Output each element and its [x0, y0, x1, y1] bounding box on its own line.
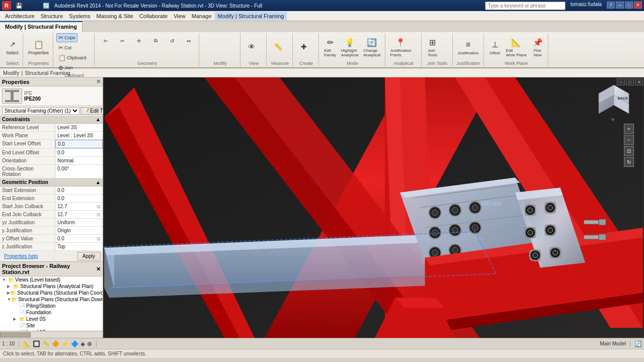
geometric-header[interactable]: Geometric Position ▲ [0, 178, 103, 187]
edit-workplane-btn[interactable]: 📐 EditWork Plane [504, 35, 529, 59]
create-btn[interactable]: ✚ [296, 39, 312, 54]
tree-item-foundation[interactable]: 📄 Foundation [0, 309, 103, 316]
type-name: IPE200 [24, 96, 41, 102]
close-btn[interactable]: ✕ [634, 2, 642, 9]
menu-manage[interactable]: Manage [189, 12, 215, 20]
status-scale: 1 : 10 [2, 341, 15, 346]
prop-value-y-just[interactable]: Origin [55, 227, 103, 234]
align-btn[interactable]: ⊢ [98, 33, 114, 48]
tree-item-views[interactable]: ▼ 📁 Views (Level based) [0, 277, 103, 283]
prop-value-cross-section[interactable]: 0.00° [55, 165, 103, 178]
tree-item-level0s[interactable]: ▶ 📁 Level 0S [0, 316, 103, 322]
move-btn[interactable]: ✛ [131, 33, 147, 48]
ribbon-group-properties: 📋 Properties Properties [24, 33, 53, 66]
titlebar: R 💾 ↩ ↪ 🔄 Autodesk Revit 2014 - Not For … [0, 0, 644, 11]
copy-btn[interactable]: ⧉ [147, 33, 164, 48]
properties-help-link[interactable]: Properties help [2, 252, 40, 260]
create-icon: ✚ [298, 41, 310, 53]
prop-value-end-join[interactable]: 12.7⊟ [55, 211, 103, 218]
prop-value-yz[interactable]: Uniform [55, 219, 103, 226]
status-icon-6[interactable]: 🔷 [71, 340, 78, 347]
sync-status-icon[interactable]: 🔄 [634, 340, 642, 347]
menu-structure[interactable]: Structure [38, 12, 66, 20]
prop-label-ref-level: Reference Level [0, 124, 55, 131]
browser-scroll-thumb[interactable] [0, 332, 31, 337]
prop-value-end-offset[interactable]: 0.0 [55, 149, 103, 156]
redo-btn[interactable]: ↪ [33, 2, 41, 10]
undo-btn[interactable]: ↩ [24, 2, 32, 10]
prop-value-work-plane[interactable]: Level : Level 3S [55, 132, 103, 139]
zoom-in-btn[interactable]: + [624, 124, 634, 134]
justification-btn[interactable]: ≡ Justification [456, 37, 481, 57]
browser-title: Project Browser - Railway Station.rvt [2, 263, 96, 275]
minimize-btn[interactable]: ─ [616, 2, 624, 9]
constraints-header[interactable]: Constraints ▲ [0, 116, 103, 124]
prop-value-y-offset[interactable]: 0.0⊟ [55, 235, 103, 242]
tree-item-down-plans[interactable]: ▼ 📁 Structural Plans (Structural Plan Do… [0, 296, 103, 303]
prop-value-orientation[interactable]: Normal [55, 157, 103, 164]
menu-architecture[interactable]: Architecture [2, 12, 38, 20]
mirror-btn[interactable]: ⇔ [181, 33, 197, 48]
status-icon-2[interactable]: 🔲 [33, 340, 40, 347]
tree-item-piling[interactable]: 📄 Piling/Station [0, 303, 103, 309]
browser-scrollbar[interactable] [0, 331, 103, 338]
prop-value-start-join[interactable]: 12.7⊟ [55, 203, 103, 210]
properties-close-btn[interactable]: ✕ [96, 78, 101, 85]
help-btn[interactable]: ? [607, 2, 615, 9]
status-icon-3[interactable]: 📏 [42, 340, 50, 347]
status-icon-1[interactable]: 📐 [23, 340, 31, 347]
prop-value-start-offset[interactable]: 0.0 [55, 140, 103, 148]
join-tools-group-label: Join Tools [425, 60, 450, 66]
paste-btn[interactable]: 📋 Clipboard [56, 53, 89, 62]
menu-modify-structural[interactable]: Modify | Structural Framing [215, 12, 287, 20]
cope-btn[interactable]: ✂ Cope [56, 33, 77, 42]
zoom-out-btn[interactable]: − [624, 135, 634, 145]
justification-points-btn[interactable]: 📍 JustificationPoints [388, 35, 414, 59]
tree-item-analytical-plans[interactable]: ▶ 📁 Structural Plans (Analytical Plan) [0, 283, 103, 290]
modify-group-label: Modify [202, 60, 238, 66]
tree-item-coord-plans[interactable]: ▶ 📁 Structural Plans (Structural Plan Co… [0, 290, 103, 296]
menu-view[interactable]: View [171, 12, 189, 20]
sync-btn[interactable]: 🔄 [42, 2, 50, 10]
measure-btn[interactable]: 📏 [270, 39, 286, 54]
svg-rect-64 [584, 235, 599, 239]
edit-family-btn[interactable]: ✏ EditFamily [322, 35, 338, 59]
prop-value-z-just[interactable]: Top [55, 243, 103, 250]
status-icon-7[interactable]: ◈ [80, 340, 85, 347]
zoom-fit-btn[interactable]: ⊡ [624, 146, 634, 156]
rotate-btn[interactable]: ↺ [164, 33, 180, 48]
menu-systems[interactable]: Systems [66, 12, 93, 20]
viewport-close-btn[interactable]: ✕ [635, 78, 643, 85]
highlight-analytical-btn[interactable]: 💡 HighlightAnalytical [339, 35, 360, 59]
status-icon-5[interactable]: ⚡ [61, 340, 69, 347]
status-icon-4[interactable]: 🔶 [52, 340, 59, 347]
element-type-select[interactable]: Structural Framing (Other) (1) [2, 107, 79, 115]
menu-collaborate[interactable]: Collaborate [136, 12, 171, 20]
properties-ribbon-btn[interactable]: 📋 Properties [26, 37, 51, 57]
search-input[interactable] [485, 2, 566, 10]
ribbon-tab-modify[interactable]: Modify | Structural Framing [0, 21, 83, 32]
menu-massing[interactable]: Massing & Site [94, 12, 136, 20]
cut-btn[interactable]: ✂ Cut [56, 43, 73, 52]
prop-value-start-ext[interactable]: 0.0 [55, 187, 103, 194]
change-analytical-btn[interactable]: 🔄 ChangeAnalytical [361, 35, 382, 59]
rotate-view-btn[interactable]: ↻ [624, 157, 634, 167]
pick-new-btn[interactable]: 📌 PickNew [530, 35, 546, 59]
prop-value-ref-level[interactable]: Level 3S [55, 124, 103, 131]
prop-value-end-ext[interactable]: 0.0 [55, 195, 103, 202]
view-btn[interactable]: 👁 [244, 39, 260, 54]
split-btn[interactable]: ✂ [114, 33, 130, 48]
offset-btn[interactable]: ⊥ Offset [487, 37, 503, 57]
tree-item-site[interactable]: 📄 Site [0, 322, 103, 329]
join-tools-btn[interactable]: ⊞ JoinTools [425, 35, 441, 59]
status-divider-3 [630, 340, 630, 347]
apply-btn[interactable]: Apply [77, 252, 101, 260]
save-btn[interactable]: 💾 [15, 2, 23, 10]
status-icon-8[interactable]: ⊕ [87, 340, 92, 347]
browser-tree[interactable]: ▼ 📁 Views (Level based) ▶ 📁 Structural P… [0, 277, 103, 331]
maximize-btn[interactable]: □ [625, 2, 633, 9]
viewport[interactable]: ─ □ ✕ [103, 77, 644, 338]
browser-close-btn[interactable]: ✕ [96, 266, 101, 273]
select-btn[interactable]: ↗ Select [4, 37, 21, 57]
viewcube[interactable]: BACK N [594, 82, 634, 123]
